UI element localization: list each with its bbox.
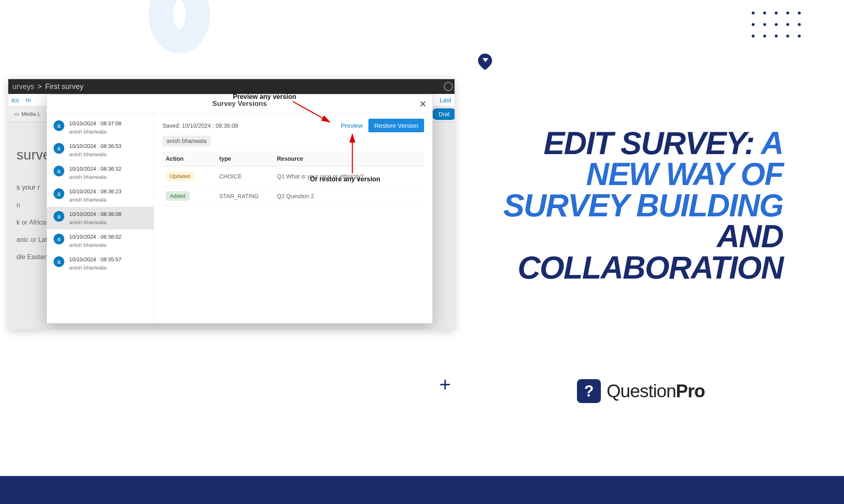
avatar: a [54, 120, 64, 131]
app-body: surve s your r n k or African American a… [8, 122, 455, 330]
shield-icon [475, 51, 495, 70]
modal-title: Survey Versions [212, 100, 267, 108]
version-author: anish bhanwala [69, 128, 122, 136]
breadcrumb-sep: > [38, 82, 42, 91]
table-row: UpdatedCHOICEQ1 What is your race or eth… [162, 166, 424, 186]
avatar: a [54, 234, 64, 244]
preview-link[interactable]: Preview [341, 122, 363, 129]
annotation-preview: Preview any version [233, 93, 296, 101]
arrow-restore [346, 132, 359, 176]
avatar: a [54, 256, 64, 267]
version-author: anish bhanwala [69, 173, 122, 181]
headline-part3: AND COLLABORATION [518, 218, 783, 285]
version-timestamp: 10/10/2024 : 08:36:32 [69, 165, 122, 173]
version-timestamp: 10/10/2024 : 08:36:23 [69, 188, 122, 196]
restore-version-button[interactable]: Restore Version [368, 119, 424, 132]
version-author: anish bhanwala [69, 218, 122, 227]
tab-last: Last [440, 96, 451, 103]
breadcrumb-current: First survey [45, 82, 84, 91]
avatar: a [54, 143, 64, 154]
author-chip: anish bhanwala [162, 136, 211, 146]
cell-resource: Q2 Question 2 [274, 186, 424, 206]
footer-bar [0, 476, 844, 504]
table-row: AddedSTAR_RATINGQ2 Question 2 [162, 186, 424, 206]
breadcrumb-parent[interactable]: urveys [12, 82, 34, 91]
changes-table: Action type Resource UpdatedCHOICEQ1 Wha… [162, 151, 424, 206]
version-author: anish bhanwala [69, 196, 122, 204]
app-topbar: urveys > First survey [8, 79, 455, 94]
action-badge: Updated [166, 171, 194, 181]
media-icon: ▭ [14, 111, 19, 117]
dot-grid [752, 12, 803, 40]
headline-part1: EDIT SURVEY: [544, 125, 761, 161]
arrow-preview [291, 99, 340, 128]
cell-type: STAR_RATING [216, 186, 274, 206]
draft-button[interactable]: Drat [431, 108, 455, 120]
plus-icon: + [439, 373, 451, 396]
headline: EDIT SURVEY: A NEW WAY OF SURVEY BUILDIN… [466, 128, 783, 283]
version-item[interactable]: a10/10/2024 : 08:37:08anish bhanwala [47, 116, 154, 139]
version-timestamp: 10/10/2024 : 08:36:53 [69, 142, 122, 150]
version-item[interactable]: a10/10/2024 : 08:36:32anish bhanwala [47, 162, 154, 184]
version-item[interactable]: a10/10/2024 : 08:36:23anish bhanwala [47, 184, 154, 207]
version-item[interactable]: a10/10/2024 : 08:36:02anish bhanwala [47, 230, 154, 252]
media-label: Media L [21, 111, 40, 117]
saved-timestamp: Saved: 10/10/2024 : 08:36:08 [162, 122, 238, 129]
svg-line-0 [293, 101, 330, 122]
annotation-restore: Or restore any version [310, 176, 380, 183]
col-type: type [216, 151, 274, 166]
logo-mark-text: ? [584, 382, 593, 400]
logo-text: QuestionPro [607, 381, 705, 401]
breadcrumb[interactable]: urveys > First survey [12, 82, 84, 91]
version-timestamp: 10/10/2024 : 08:36:08 [69, 210, 122, 218]
app-screenshot: urveys > First survey ics In Last ▭ Medi… [8, 79, 455, 330]
media-library-button[interactable]: ▭ Media L [14, 111, 40, 117]
questionpro-logo: ? QuestionPro [577, 379, 705, 403]
version-timestamp: 10/10/2024 : 08:35:57 [69, 256, 122, 264]
close-icon[interactable]: ✕ [419, 99, 427, 110]
avatar: a [54, 188, 64, 199]
version-timestamp: 10/10/2024 : 08:37:08 [69, 120, 122, 128]
version-timestamp: 10/10/2024 : 08:36:02 [69, 233, 122, 241]
version-item[interactable]: a10/10/2024 : 08:36:53anish bhanwala [47, 139, 154, 162]
tab-analytics[interactable]: ics [12, 96, 19, 103]
avatar: a [54, 211, 64, 222]
version-detail: Saved: 10/10/2024 : 08:36:08 Preview Res… [154, 113, 432, 323]
version-author: anish bhanwala [69, 241, 122, 249]
col-action: Action [162, 151, 216, 166]
version-item[interactable]: a10/10/2024 : 08:36:08anish bhanwala [47, 207, 154, 230]
survey-versions-modal: Survey Versions ✕ a10/10/2024 : 08:37:08… [47, 94, 433, 323]
action-badge: Added [166, 191, 190, 201]
version-author: anish bhanwala [69, 150, 122, 159]
tab-integrations[interactable]: In [26, 96, 31, 103]
cell-type: CHOICE [216, 166, 274, 186]
avatar: a [54, 166, 64, 176]
bg-circle [148, 0, 210, 54]
version-item[interactable]: a10/10/2024 : 08:35:57anish bhanwala [47, 252, 154, 275]
search-icon[interactable] [444, 82, 453, 91]
version-author: anish bhanwala [69, 264, 122, 272]
version-list[interactable]: a10/10/2024 : 08:37:08anish bhanwalaa10/… [47, 113, 154, 323]
logo-mark: ? [577, 379, 601, 403]
